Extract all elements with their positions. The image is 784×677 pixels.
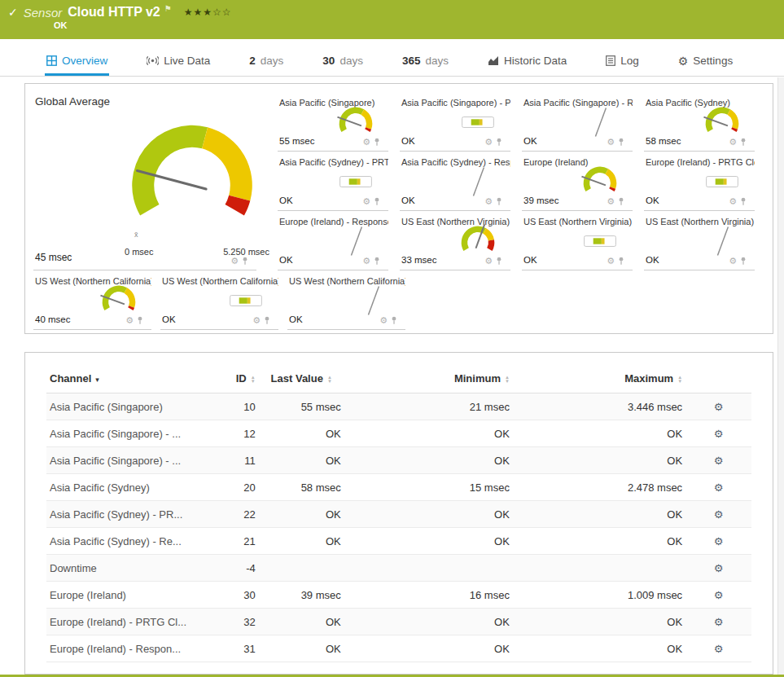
column-header-id[interactable]: ID▲▼ xyxy=(208,361,259,393)
mini-bar-gauge xyxy=(699,162,745,201)
cell-channel: Asia Pacific (Sydney) - Re... xyxy=(46,528,208,555)
gear-icon[interactable]: ⚙ xyxy=(362,197,370,206)
channel-gauge-tile: US West (Northern California) 40 msec ⚙ xyxy=(33,270,151,330)
pin-icon[interactable] xyxy=(374,257,380,266)
gear-icon[interactable]: ⚙ xyxy=(607,197,615,206)
cell-maximum: 1.009 msec xyxy=(513,582,685,609)
scrollbar-gutter[interactable] xyxy=(777,77,784,677)
channel-gauge-tile: Europe (Ireland) 39 msec ⚙ xyxy=(522,152,633,211)
column-header-channel[interactable]: Channel▾ xyxy=(46,361,208,393)
channel-settings-icon[interactable]: ⚙ xyxy=(714,401,724,413)
channel-value: OK xyxy=(162,314,176,324)
mini-needle-gauge xyxy=(333,222,379,261)
tab-30-days[interactable]: 30 days xyxy=(321,47,365,76)
tab-live-data[interactable]: Live Data xyxy=(145,47,212,76)
priority-stars[interactable]: ★★★☆☆ xyxy=(184,7,232,18)
cell-minimum: OK xyxy=(344,528,513,555)
tab-log[interactable]: Log xyxy=(604,47,641,76)
channel-settings-icon[interactable]: ⚙ xyxy=(714,562,724,574)
pin-icon[interactable] xyxy=(137,316,143,325)
column-header-maximum[interactable]: Maximum▲▼ xyxy=(513,361,685,393)
mini-bar-gauge xyxy=(223,281,269,320)
tab-2-days[interactable]: 2 days xyxy=(247,47,285,76)
channel-settings-icon[interactable]: ⚙ xyxy=(714,589,724,601)
pin-icon[interactable] xyxy=(496,197,502,206)
gear-icon[interactable]: ⚙ xyxy=(379,316,388,325)
channel-table: Channel▾ ID▲▼ Last Value▲▼ Minimum▲▼ Max… xyxy=(46,361,751,662)
cell-minimum: OK xyxy=(344,420,513,447)
pin-icon[interactable] xyxy=(374,138,380,147)
mini-bar-gauge xyxy=(577,222,623,261)
gear-icon[interactable]: ⚙ xyxy=(362,257,370,266)
pin-icon[interactable] xyxy=(740,197,747,206)
channel-settings-icon[interactable]: ⚙ xyxy=(714,428,724,440)
tab-label: Settings xyxy=(693,55,733,67)
channel-gauge-tile: Asia Pacific (Singapore) - PR... OK ⚙ xyxy=(400,92,510,152)
pin-icon[interactable] xyxy=(740,138,747,147)
gear-icon[interactable]: ⚙ xyxy=(729,197,737,206)
pin-icon[interactable] xyxy=(264,316,270,325)
pin-icon[interactable] xyxy=(496,257,502,266)
cell-id: 30 xyxy=(208,582,259,609)
overview-grid-icon xyxy=(46,55,57,66)
mean-marker: x̄ xyxy=(134,231,138,239)
cell-last-value: OK xyxy=(259,635,344,662)
pin-icon[interactable] xyxy=(242,257,248,266)
cell-id: 31 xyxy=(208,635,259,662)
channel-value: 39 msec xyxy=(523,196,558,205)
cell-id: 22 xyxy=(208,501,259,528)
tab-365-days[interactable]: 365 days xyxy=(401,47,450,76)
log-list-icon xyxy=(606,55,615,66)
channel-gauge-tile: Asia Pacific (Sydney) 58 msec ⚙ xyxy=(644,92,755,152)
pin-icon[interactable] xyxy=(618,138,624,147)
column-header-last-value[interactable]: Last Value▲▼ xyxy=(259,361,344,393)
channel-gauge-tile: US West (Northern California)... OK ⚙ xyxy=(287,270,405,330)
tab-settings[interactable]: ⚙ Settings xyxy=(677,47,734,76)
channel-settings-icon[interactable]: ⚙ xyxy=(714,455,724,467)
gear-icon[interactable]: ⚙ xyxy=(484,138,493,147)
status-check-icon: ✓ xyxy=(8,6,18,19)
cell-channel: Asia Pacific (Sydney) - PR... xyxy=(46,501,208,528)
gear-icon[interactable]: ⚙ xyxy=(484,257,493,266)
cell-last-value: 55 msec xyxy=(259,393,344,420)
gear-icon[interactable]: ⚙ xyxy=(252,316,261,325)
gear-icon[interactable]: ⚙ xyxy=(125,316,134,325)
channel-settings-icon[interactable]: ⚙ xyxy=(714,643,724,655)
channel-value: OK xyxy=(646,255,659,265)
cell-maximum: 2.478 msec xyxy=(513,474,685,501)
tab-label: days xyxy=(261,55,284,67)
column-header-minimum[interactable]: Minimum▲▼ xyxy=(344,361,513,393)
pin-icon[interactable] xyxy=(374,197,380,206)
gear-icon[interactable]: ⚙ xyxy=(230,257,239,266)
pin-icon[interactable] xyxy=(740,257,747,266)
pin-icon[interactable] xyxy=(391,316,397,325)
gear-icon[interactable]: ⚙ xyxy=(729,257,737,266)
channel-settings-icon[interactable]: ⚙ xyxy=(714,481,724,494)
tab-historic-data[interactable]: Historic Data xyxy=(486,47,568,76)
gear-icon[interactable]: ⚙ xyxy=(729,138,737,147)
pin-icon[interactable] xyxy=(618,197,624,206)
channel-settings-icon[interactable]: ⚙ xyxy=(714,616,724,628)
channel-gauge-tile: Asia Pacific (Sydney) - PRTG ... OK ⚙ xyxy=(278,152,388,211)
cell-id: 12 xyxy=(208,420,259,447)
pin-icon[interactable] xyxy=(496,138,502,147)
table-row: Asia Pacific (Sydney) - Re... 21 OK OK O… xyxy=(46,528,751,555)
channel-gauge-tile: US East (Northern Virginia) - ... OK ⚙ xyxy=(644,211,755,270)
pin-icon[interactable] xyxy=(618,257,624,266)
tab-overview[interactable]: Overview xyxy=(45,47,109,76)
cell-minimum: OK xyxy=(344,501,513,528)
table-row: Europe (Ireland) 30 39 msec 16 msec 1.00… xyxy=(46,582,751,609)
flag-icon[interactable]: ⚑ xyxy=(164,4,172,13)
cell-minimum xyxy=(344,555,513,582)
gear-icon[interactable]: ⚙ xyxy=(607,257,615,266)
channel-settings-icon[interactable]: ⚙ xyxy=(714,535,724,547)
mini-needle-gauge xyxy=(455,162,501,201)
gear-icon[interactable]: ⚙ xyxy=(484,197,493,206)
gear-icon[interactable]: ⚙ xyxy=(607,138,615,147)
table-row: Downtime -4 ⚙ xyxy=(46,555,751,582)
channel-settings-icon[interactable]: ⚙ xyxy=(714,508,724,521)
gear-icon[interactable]: ⚙ xyxy=(362,138,370,147)
cell-channel: Asia Pacific (Singapore) - ... xyxy=(46,420,208,447)
cell-maximum: OK xyxy=(513,447,685,474)
cell-channel: Asia Pacific (Singapore) xyxy=(46,393,208,420)
